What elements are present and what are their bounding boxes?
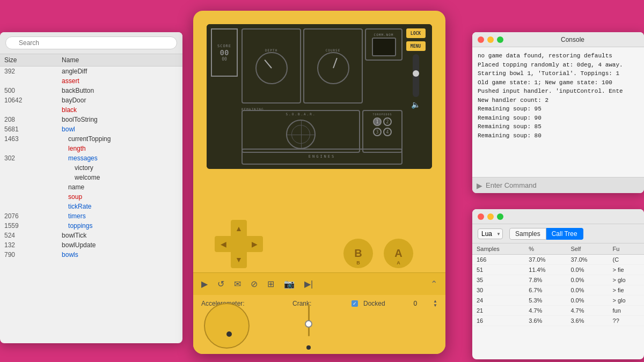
browser-row[interactable]: victory <box>0 163 182 173</box>
browser-scroll-area[interactable]: Size Name 392angleDiffassert500backButto… <box>0 54 182 260</box>
dpad[interactable]: ▲ ▼ ◀ ▶ <box>215 220 263 268</box>
profiler-cell-func: > fie <box>609 285 644 295</box>
docked-checkbox[interactable]: ✓ <box>352 300 358 307</box>
step-icon[interactable]: ▶| <box>304 279 313 289</box>
profiler-cell-self: 3.6% <box>566 316 608 326</box>
browser-row[interactable]: 790bowls <box>0 250 182 260</box>
row-name: length <box>57 144 182 153</box>
browser-row[interactable]: 1559toppings <box>0 221 182 231</box>
row-size: 5681 <box>0 124 57 134</box>
menu-button[interactable]: MENU <box>406 41 426 51</box>
profiler-panel: Lua ▼ Samples Call Tree Samples % Self F… <box>472 209 644 359</box>
profiler-close[interactable] <box>478 213 484 220</box>
maximize-button[interactable] <box>497 36 503 43</box>
row-size: 1559 <box>0 221 57 231</box>
row-name: messages <box>57 153 182 163</box>
dpad-down[interactable]: ▼ <box>233 254 244 265</box>
dpad-right[interactable]: ▶ <box>248 239 260 249</box>
minimize-button[interactable] <box>487 36 494 43</box>
sobar-label: S.O.B.A.R. <box>243 111 359 117</box>
browser-row[interactable]: 208boolToString <box>0 115 182 124</box>
profiler-tabs: Samples Call Tree <box>509 228 583 240</box>
browser-row[interactable]: 5681bowl <box>0 124 182 134</box>
dpad-up[interactable]: ▲ <box>233 223 244 234</box>
course-dial <box>317 52 349 84</box>
reload-icon[interactable]: ↺ <box>217 279 224 289</box>
lang-select[interactable]: Lua <box>478 228 503 239</box>
col-size: Size <box>0 54 57 67</box>
console-output[interactable]: no game data found, restoring defaultsPl… <box>472 47 644 177</box>
browser-row[interactable]: 2076timers <box>0 211 182 221</box>
browser-row[interactable]: black <box>0 105 182 115</box>
b-button[interactable]: B B <box>343 239 373 268</box>
browser-row[interactable]: 392angleDiff <box>0 67 182 77</box>
play-icon[interactable]: ▶ <box>201 279 208 289</box>
console-input[interactable] <box>486 181 640 189</box>
accel-dot <box>226 331 232 337</box>
browser-row[interactable]: 10642bayDoor <box>0 95 182 105</box>
row-size: 392 <box>0 67 57 77</box>
row-name: angleDiff <box>57 67 182 77</box>
browser-row[interactable]: soup <box>0 192 182 202</box>
profiler-minimize[interactable] <box>487 213 494 220</box>
profiler-maximize[interactable] <box>497 213 503 220</box>
crank-spinner[interactable]: ▲ ▼ <box>433 299 437 308</box>
profiler-cell-pct: 7.8% <box>524 275 566 285</box>
dpad-left[interactable]: ◀ <box>217 239 229 249</box>
browser-row[interactable]: tickRate <box>0 202 182 211</box>
camera-icon[interactable]: 📷 <box>284 279 295 289</box>
a-sub: A <box>397 260 400 265</box>
col-pct: % <box>524 243 566 255</box>
row-name: assert <box>57 76 182 86</box>
row-size: 2076 <box>0 211 57 221</box>
docked-label: Docked <box>363 300 385 307</box>
row-size <box>0 76 57 86</box>
profiler-cell-samples: 21 <box>472 306 524 316</box>
row-size <box>0 163 57 173</box>
browser-row[interactable]: welcome <box>0 173 182 182</box>
row-name: victory <box>57 163 182 173</box>
spinner-down[interactable]: ▼ <box>433 304 437 308</box>
browser-row[interactable]: 1463currentTopping <box>0 134 182 144</box>
tab-call-tree[interactable]: Call Tree <box>546 228 583 240</box>
row-name: backButton <box>57 86 182 95</box>
profiler-table: Samples % Self Fu 16637.0%37.0%(C5111.4%… <box>472 243 644 326</box>
row-name: black <box>57 105 182 115</box>
torp-3: 3 <box>373 128 382 136</box>
row-name: bowlTick <box>57 231 182 240</box>
row-size: 132 <box>0 240 57 250</box>
row-size <box>0 144 57 153</box>
engine-panel: ENGINES <box>241 149 402 165</box>
browser-row[interactable]: name <box>0 182 182 192</box>
profiler-cell-pct: 4.7% <box>524 306 566 316</box>
row-name: tickRate <box>57 202 182 211</box>
row-name: boolToString <box>57 115 182 124</box>
device-screen: SCORE 00 00 LOCK MENU 🔈 DEPTH <box>207 24 432 169</box>
profiler-cell-self: 0.0% <box>566 275 608 285</box>
browser-row[interactable]: assert <box>0 76 182 86</box>
profiler-cell-self: 0.0% <box>566 285 608 295</box>
volume-slider[interactable] <box>413 54 419 97</box>
browser-row[interactable]: length <box>0 144 182 153</box>
browser-row[interactable]: 524bowlTick <box>0 231 182 240</box>
browser-row[interactable]: 500backButton <box>0 86 182 95</box>
close-button[interactable] <box>478 36 484 43</box>
profiler-scroll[interactable]: Samples % Self Fu 16637.0%37.0%(C5111.4%… <box>472 243 644 326</box>
profiler-row: 5111.4%0.0%> fie <box>472 265 644 275</box>
torp-1: 1 <box>373 117 382 126</box>
browser-row[interactable]: 132bowlUpdate <box>0 240 182 250</box>
stop-icon[interactable]: ⊘ <box>251 279 258 289</box>
browser-row[interactable]: 302messages <box>0 153 182 163</box>
search-input[interactable] <box>5 36 177 49</box>
tab-samples[interactable]: Samples <box>509 228 546 240</box>
profiler-cell-samples: 51 <box>472 265 524 275</box>
lock-button[interactable]: LOCK <box>406 28 426 38</box>
expand-icon[interactable]: ⌃ <box>430 279 437 289</box>
grid-icon[interactable]: ⊞ <box>267 279 274 289</box>
mail-icon[interactable]: ✉ <box>234 279 241 289</box>
a-button[interactable]: A A <box>384 239 413 268</box>
crank-end <box>306 345 311 350</box>
row-size: 1463 <box>0 134 57 144</box>
game-screen: SCORE 00 00 LOCK MENU 🔈 DEPTH <box>207 24 432 169</box>
row-name: currentTopping <box>57 134 182 144</box>
